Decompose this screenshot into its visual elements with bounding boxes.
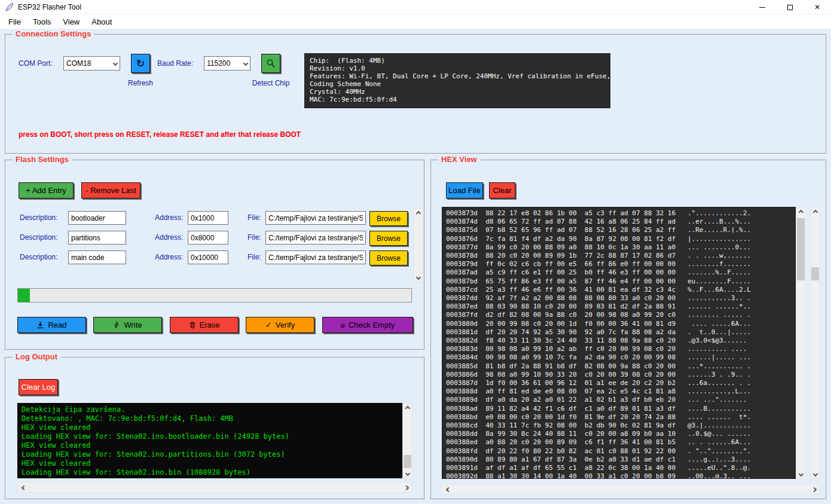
scroll-left-arrow[interactable] (444, 485, 453, 494)
scroll-left-arrow[interactable] (19, 483, 28, 492)
read-button-label: Read (48, 320, 66, 329)
clear-log-button[interactable]: Clear Log (19, 379, 58, 395)
file-label: File: (248, 253, 261, 261)
erase-button[interactable]: Erase (170, 317, 239, 333)
entries-scrollbar[interactable] (413, 208, 423, 282)
check-empty-button-label: Check Empty (349, 320, 395, 329)
hex-clear-button[interactable]: Clear (489, 182, 515, 198)
chevron-right-icon (404, 485, 408, 490)
hex-view-group: HEX View Load File Clear 0003873d 88 22 … (430, 160, 826, 499)
log-output-title: Log Output (13, 352, 60, 361)
file-input[interactable] (265, 251, 366, 264)
refresh-label: Refresh (123, 79, 158, 87)
com-port-label: COM Port: (19, 59, 53, 68)
scroll-down-arrow[interactable] (811, 469, 820, 478)
load-file-button[interactable]: Load File (446, 182, 483, 198)
description-input[interactable] (68, 251, 126, 264)
log-output-group: Log Output Clear Log Detekcija čipa zavr… (5, 357, 424, 499)
address-input[interactable] (188, 231, 228, 245)
progress-bar (17, 288, 412, 303)
scroll-down-arrow[interactable] (403, 469, 412, 478)
chevron-down-icon (405, 471, 410, 475)
browse-button[interactable]: Browse (369, 251, 408, 265)
check-icon: ✓ (265, 320, 272, 329)
menu-tools[interactable]: Tools (27, 16, 57, 28)
description-input[interactable] (68, 231, 126, 245)
file-label: File: (248, 233, 261, 242)
detect-chip-label: Detect Chip (247, 79, 295, 87)
hex-scrollbar-outer[interactable] (810, 207, 820, 479)
chevron-down-icon (113, 61, 118, 66)
scroll-up-arrow[interactable] (414, 209, 423, 218)
menu-file[interactable]: File (2, 16, 27, 28)
detect-chip-button[interactable] (261, 54, 280, 73)
menu-view[interactable]: View (57, 16, 85, 28)
magnifier-icon (266, 59, 276, 68)
close-button[interactable]: ✕ (803, 0, 831, 14)
chevron-up-icon (798, 209, 803, 214)
browse-button[interactable]: Browse (369, 231, 408, 246)
browse-button[interactable]: Browse (369, 211, 408, 226)
connection-settings-title: Connection Settings (13, 29, 94, 38)
log-console[interactable]: Detekcija čipa završena. Detektovano: , … (17, 403, 402, 478)
menu-about[interactable]: About (85, 16, 118, 28)
maximize-button[interactable] (776, 0, 803, 14)
description-label: Description: (20, 213, 57, 222)
hex-view-title: HEX View (438, 155, 480, 164)
description-input[interactable] (68, 211, 126, 225)
file-input[interactable] (265, 211, 366, 225)
com-port-value: COM18 (66, 59, 91, 68)
address-label: Address: (155, 233, 183, 242)
hex-scrollbar-horizontal[interactable] (442, 484, 820, 494)
write-button-label: Write (124, 320, 142, 329)
scroll-down-arrow[interactable] (796, 469, 805, 478)
scroll-right-arrow[interactable] (402, 483, 411, 492)
log-scrollbar-horizontal[interactable] (17, 482, 413, 493)
close-icon: ✕ (814, 4, 820, 11)
address-input[interactable] (188, 211, 228, 225)
log-scrollbar-vertical[interactable] (402, 403, 413, 478)
chevron-down-icon (812, 471, 817, 476)
empty-circle-icon: ⌀ (341, 321, 345, 329)
scroll-right-arrow[interactable] (809, 485, 818, 494)
chevron-up-icon (405, 405, 410, 410)
scroll-up-arrow[interactable] (811, 207, 820, 216)
chevron-up-icon (416, 210, 420, 215)
file-input[interactable] (265, 231, 366, 245)
hex-console[interactable]: 0003873d 88 22 17 e8 02 86 1b 00 a5 c3 f… (442, 207, 796, 479)
check-empty-button[interactable]: ⌀ Check Empty (322, 317, 413, 333)
file-label: File: (248, 213, 261, 222)
read-button[interactable]: Read (17, 317, 86, 333)
address-label: Address: (155, 213, 183, 222)
minimize-button[interactable] (748, 0, 776, 14)
address-input[interactable] (188, 251, 228, 264)
scrollbar-thumb[interactable] (797, 218, 805, 280)
scroll-down-arrow[interactable] (414, 273, 423, 282)
connection-settings-group: Connection Settings COM Port: COM18 ↻ Re… (5, 34, 826, 154)
chevron-right-icon (811, 487, 816, 491)
chevron-down-icon (416, 274, 420, 279)
chip-info-box[interactable]: Chip: (Flash: 4MB) Revision: v1.0 Featur… (304, 53, 610, 108)
hex-scrollbar-inner[interactable] (796, 207, 806, 479)
window-title: ESP32 Flasher Tool (18, 3, 81, 11)
scroll-up-arrow[interactable] (796, 207, 805, 216)
minimize-icon (759, 7, 765, 8)
menubar: File Tools View About (0, 14, 831, 29)
write-button[interactable]: Write (93, 317, 162, 333)
verify-button-label: Verify (276, 320, 295, 329)
scroll-up-arrow[interactable] (403, 404, 412, 413)
flash-settings-title: Flash Settings (13, 155, 72, 164)
add-entry-button[interactable]: + Add Entry (19, 182, 74, 198)
com-port-select[interactable]: COM18 (63, 56, 120, 71)
verify-button[interactable]: ✓ Verify (246, 317, 314, 333)
refresh-button[interactable]: ↻ (131, 54, 150, 73)
titlebar: ESP32 Flasher Tool ✕ (0, 0, 831, 14)
baud-rate-value: 115200 (207, 59, 230, 68)
scrollbar-thumb[interactable] (404, 455, 411, 468)
remove-last-button[interactable]: - Remove Last (81, 182, 140, 198)
address-label: Address: (155, 253, 183, 261)
scrollbar-thumb[interactable] (811, 267, 819, 280)
app-feather-icon (5, 2, 14, 12)
baud-rate-select[interactable]: 115200 (204, 56, 250, 71)
download-icon (36, 321, 44, 329)
